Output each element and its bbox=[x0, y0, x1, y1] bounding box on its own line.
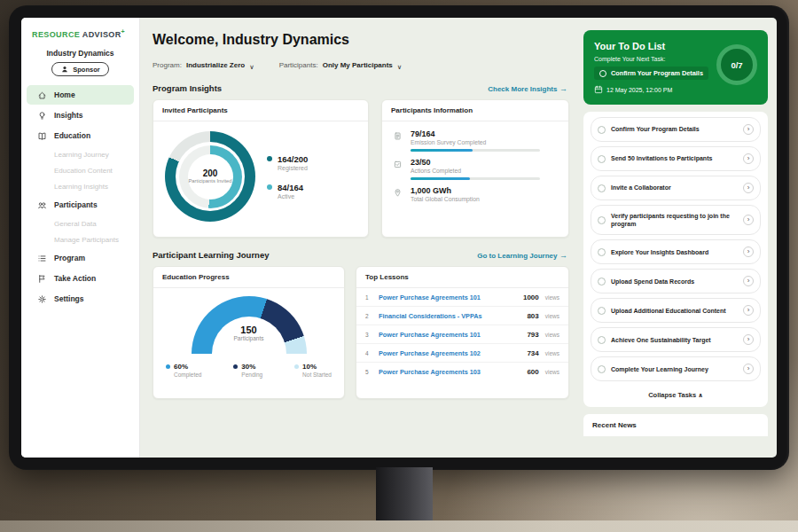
participants-filter-dropdown[interactable]: Participants: Only My Participants bbox=[279, 57, 403, 73]
chevron-right-icon[interactable] bbox=[743, 124, 754, 135]
task-checkbox[interactable] bbox=[598, 216, 606, 224]
sidebar-item-label: Take Action bbox=[54, 274, 96, 283]
sidebar-item-home[interactable]: Home bbox=[27, 85, 134, 105]
sidebar-item-general-data[interactable]: General Data bbox=[27, 215, 134, 231]
calendar-icon bbox=[594, 85, 603, 94]
home-icon bbox=[37, 90, 48, 100]
chevron-right-icon[interactable] bbox=[743, 246, 754, 257]
next-task-label: Confirm Your Program Details bbox=[611, 69, 703, 77]
org-name: Industry Dynamics bbox=[21, 49, 139, 58]
lesson-views: 734 bbox=[527, 349, 538, 357]
sidebar-item-education-content[interactable]: Education Content bbox=[27, 162, 134, 178]
education-progress-card: Education Progress 150 Participants 60% … bbox=[153, 266, 345, 399]
sidebar-item-settings[interactable]: Settings bbox=[27, 289, 134, 309]
task-checkbox[interactable] bbox=[598, 184, 606, 192]
task-checkbox[interactable] bbox=[598, 365, 606, 373]
legend-dot bbox=[166, 364, 170, 369]
insights-cards-row: Invited Participants 200 Participants In… bbox=[153, 99, 569, 238]
legend-item: 10% Not Started bbox=[294, 363, 332, 378]
task-checkbox[interactable] bbox=[598, 248, 606, 256]
legend-item: 60% Completed bbox=[166, 363, 201, 378]
main-content: Welcome, Industry Dynamics Program: Indu… bbox=[140, 18, 578, 458]
sidebar-item-participants[interactable]: Participants bbox=[27, 195, 134, 215]
chevron-right-icon[interactable] bbox=[743, 334, 754, 345]
donut-center: 200 Participants Invited bbox=[188, 154, 233, 200]
task-row[interactable]: Send 50 Invitations to Participants bbox=[591, 146, 761, 171]
task-checkbox[interactable] bbox=[598, 278, 606, 286]
dashboard-screen: RESOURCE ADVISOR+ Industry Dynamics Spon… bbox=[21, 18, 777, 458]
chevron-right-icon[interactable] bbox=[743, 183, 754, 193]
sidebar-item-education[interactable]: Education bbox=[27, 126, 134, 145]
lesson-link[interactable]: Power Purchase Agreements 101 bbox=[379, 331, 520, 339]
task-checkbox[interactable] bbox=[598, 155, 606, 163]
lesson-link[interactable]: Financial Considerations - VPPAs bbox=[379, 312, 520, 320]
sidebar-item-label: Program bbox=[54, 254, 85, 262]
sidebar-item-insights[interactable]: Insights bbox=[27, 106, 134, 125]
task-row[interactable]: Upload Additional Educational Content bbox=[591, 298, 761, 323]
gauge-center-label: Participants bbox=[212, 335, 286, 341]
task-label: Upload Additional Educational Content bbox=[611, 307, 738, 315]
task-row[interactable]: Verify participants requesting to join t… bbox=[591, 205, 761, 235]
sidebar-item-take-action[interactable]: Take Action bbox=[27, 269, 134, 288]
chevron-down-icon bbox=[249, 57, 254, 73]
lesson-rank: 3 bbox=[365, 332, 372, 338]
filter-value: Only My Participants bbox=[323, 61, 393, 69]
task-row[interactable]: Achieve One Sustainability Target bbox=[591, 327, 761, 352]
progress-track bbox=[411, 177, 540, 180]
chevron-right-icon[interactable] bbox=[743, 305, 754, 316]
stat-label: Total Global Consumption bbox=[411, 196, 480, 202]
lesson-row: 1 Power Purchase Agreements 101 1000 vie… bbox=[356, 288, 568, 307]
lesson-views: 803 bbox=[527, 312, 538, 320]
sidebar-item-learning-journey[interactable]: Learning Journey bbox=[27, 146, 134, 162]
app-logo: RESOURCE ADVISOR+ bbox=[21, 28, 139, 39]
book-icon bbox=[37, 130, 48, 141]
sidebar-item-manage-participants[interactable]: Manage Participants bbox=[27, 231, 134, 247]
top-lessons-card: Top Lessons 1 Power Purchase Agreements … bbox=[356, 266, 569, 399]
learning-cards-row: Education Progress 150 Participants 60% … bbox=[153, 266, 569, 399]
logo-part2: ADVISOR bbox=[82, 30, 121, 39]
person-icon bbox=[60, 65, 69, 74]
legend-item: 164/200 Registered bbox=[267, 154, 308, 171]
donut-center-label: Participants Invited bbox=[189, 178, 232, 184]
legend-label: Active bbox=[278, 193, 303, 200]
chevron-right-icon[interactable] bbox=[743, 364, 754, 374]
chevron-right-icon[interactable] bbox=[743, 153, 754, 164]
task-checkbox[interactable] bbox=[598, 126, 606, 134]
education-gauge-wrap: 150 Participants bbox=[192, 296, 307, 355]
legend-dot bbox=[267, 156, 272, 161]
task-row[interactable]: Upload Spend Data Records bbox=[591, 269, 761, 293]
lightbulb-icon bbox=[37, 110, 48, 121]
program-filter-dropdown[interactable]: Program: Industrialize Zero bbox=[153, 57, 254, 73]
check-more-insights-link[interactable]: Check More Insights bbox=[488, 84, 567, 93]
sidebar-item-program[interactable]: Program bbox=[27, 248, 134, 268]
section-title: Program Insights bbox=[153, 83, 222, 93]
next-task[interactable]: Confirm Your Program Details bbox=[594, 66, 708, 80]
legend-value: 84/164 bbox=[278, 183, 303, 192]
task-row[interactable]: Complete Your Learning Journey bbox=[591, 356, 761, 381]
lesson-views: 600 bbox=[527, 368, 538, 376]
chevron-right-icon[interactable] bbox=[743, 215, 754, 225]
task-checkbox[interactable] bbox=[598, 307, 606, 315]
legend-value: 10% bbox=[302, 363, 317, 371]
lesson-link[interactable]: Power Purchase Agreements 103 bbox=[379, 368, 520, 376]
go-to-learning-journey-link[interactable]: Go to Learning Journey bbox=[477, 251, 567, 260]
stat-value: 23/50 bbox=[411, 158, 540, 167]
task-row[interactable]: Invite a Collaborator bbox=[591, 176, 761, 200]
people-icon bbox=[37, 200, 48, 210]
recent-news-header[interactable]: Recent News bbox=[583, 414, 768, 436]
task-row[interactable]: Confirm Your Program Details bbox=[591, 117, 761, 142]
sponsor-badge[interactable]: Sponsor bbox=[51, 62, 108, 76]
progress-track bbox=[411, 149, 540, 152]
task-checkbox[interactable] bbox=[598, 336, 606, 344]
sidebar-item-learning-insights[interactable]: Learning Insights bbox=[27, 178, 134, 194]
lesson-link[interactable]: Power Purchase Agreements 101 bbox=[379, 293, 517, 301]
chevron-right-icon[interactable] bbox=[743, 276, 754, 286]
task-label: Achieve One Sustainability Target bbox=[611, 336, 738, 344]
legend-label: Registered bbox=[278, 165, 308, 171]
stat-value: 79/164 bbox=[411, 129, 540, 138]
lesson-link[interactable]: Power Purchase Agreements 102 bbox=[379, 349, 520, 357]
task-checkbox[interactable] bbox=[599, 70, 606, 77]
collapse-tasks-button[interactable]: Collapse Tasks bbox=[591, 386, 761, 405]
task-label: Confirm Your Program Details bbox=[611, 125, 738, 133]
task-row[interactable]: Explore Your Insights Dashboard bbox=[591, 239, 761, 264]
